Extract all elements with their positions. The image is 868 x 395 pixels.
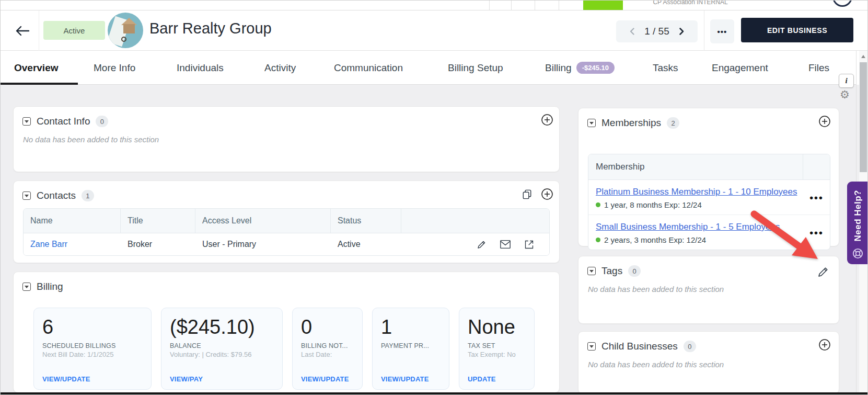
copy-icon[interactable] <box>521 188 533 200</box>
prev-record-button[interactable] <box>628 27 637 36</box>
contact-row-actions <box>401 239 549 250</box>
tab-overview[interactable]: Overview <box>14 51 59 85</box>
update-link[interactable]: UPDATE <box>468 375 526 383</box>
stat-value: ($245.10) <box>170 315 274 338</box>
stat-subtext: Voluntary: | Credits: $79.56 <box>170 351 274 359</box>
tab-files[interactable]: Files <box>808 51 829 85</box>
pager-position: 1 / 55 <box>644 26 669 37</box>
top-divider <box>489 1 490 10</box>
collapse-section-icon[interactable] <box>22 117 31 126</box>
top-green-button[interactable] <box>583 1 623 10</box>
tab-tasks[interactable]: Tasks <box>653 51 678 85</box>
membership-menu-button[interactable]: ●●● <box>803 180 830 215</box>
balance-card: ($245.10) BALANCE Voluntary: | Credits: … <box>161 308 283 390</box>
active-tab-underline <box>1 83 78 85</box>
browser-top-strip: CP Association INTERNAL <box>1 1 868 10</box>
stat-value: 6 <box>42 315 143 338</box>
view-update-link[interactable]: VIEW/UPDATE <box>381 375 441 383</box>
tab-communication[interactable]: Communication <box>334 51 403 85</box>
membership-menu-button[interactable]: ●●● <box>803 215 830 250</box>
column-header-status: Status <box>331 209 401 233</box>
overview-content: Contact Info 0 No data has been added to… <box>1 85 868 393</box>
top-divider <box>535 1 535 10</box>
membership-row: Small Business Membership - 1 - 5 Employ… <box>588 215 830 250</box>
contacts-table-header: Name Title Access Level Status <box>24 209 549 233</box>
info-button[interactable]: i <box>839 74 854 88</box>
empty-state-text: No data has been added to this section <box>578 277 839 301</box>
window-bottom-edge <box>1 392 868 394</box>
need-help-label: Need Help? <box>853 190 863 242</box>
life-buoy-icon <box>852 247 864 259</box>
gear-icon[interactable]: ⚙ <box>840 88 850 101</box>
status-badge: Active <box>43 21 105 40</box>
collapse-section-icon[interactable] <box>587 119 596 127</box>
contact-info-card: Contact Info 0 No data has been added to… <box>13 106 560 172</box>
contact-name-link[interactable]: Zane Barr <box>24 233 121 255</box>
tab-bar: Overview More Info Individuals Activity … <box>1 51 856 85</box>
count-badge: 0 <box>628 265 641 277</box>
collapse-section-icon[interactable] <box>22 283 31 291</box>
next-record-button[interactable] <box>677 27 686 36</box>
view-pay-link[interactable]: VIEW/PAY <box>170 375 274 383</box>
tax-set-card: None TAX SET Tax Exempt: No UPDATE <box>459 308 535 390</box>
stat-value: 0 <box>301 315 354 338</box>
top-divider <box>511 1 512 10</box>
external-link-icon[interactable] <box>524 239 535 250</box>
membership-link[interactable]: Platinum Business Membership - 1 - 10 Em… <box>596 187 797 197</box>
membership-link[interactable]: Small Business Membership - 1 - 5 Employ… <box>596 222 780 232</box>
tab-engagement[interactable]: Engagement <box>712 51 768 85</box>
memberships-card: Memberships 2 Membership Platinum Busine… <box>578 108 839 246</box>
contact-access-level: User - Primary <box>195 233 331 255</box>
stat-subtext <box>381 351 441 359</box>
back-button[interactable] <box>12 22 33 40</box>
tab-individuals[interactable]: Individuals <box>177 51 224 85</box>
tab-more-info[interactable]: More Info <box>94 51 135 85</box>
scrollbar-thumb[interactable] <box>860 62 867 172</box>
stat-label: BALANCE <box>170 342 274 349</box>
contacts-card: Contacts 1 Name Title Access Level Statu… <box>13 180 560 263</box>
tab-activity[interactable]: Activity <box>264 51 296 85</box>
billing-balance-badge: -$245.10 <box>576 62 615 74</box>
empty-state-text: No data has been added to this section <box>14 127 559 152</box>
stat-value: 1 <box>381 315 441 338</box>
scrollbar-up-arrow-icon[interactable] <box>861 55 865 58</box>
table-row: Zane Barr Broker User - Primary Active <box>24 233 549 255</box>
count-badge: 0 <box>684 341 696 352</box>
count-badge: 1 <box>82 190 94 201</box>
edit-pencil-icon[interactable] <box>476 239 487 250</box>
business-header: Active Barr Realty Group 1 / 55 ••• EDIT… <box>1 10 868 51</box>
count-badge: 0 <box>96 116 108 127</box>
scheduled-billings-card: 6 SCHEDULED BILLINGS Next Bill Date: 1/1… <box>33 308 152 390</box>
child-businesses-card: Child Businesses 0 No data has been adde… <box>578 331 839 394</box>
page-title: Barr Realty Group <box>149 20 272 37</box>
add-contact-info-icon[interactable] <box>541 114 553 126</box>
section-title: Memberships <box>601 117 661 129</box>
collapse-section-icon[interactable] <box>22 191 31 200</box>
business-avatar[interactable] <box>108 13 143 48</box>
empty-state-text: No data has been added to this section <box>578 352 839 377</box>
section-title: Child Businesses <box>601 341 678 352</box>
view-update-link[interactable]: VIEW/UPDATE <box>42 375 143 383</box>
email-icon[interactable] <box>500 239 511 250</box>
add-child-business-icon[interactable] <box>819 339 830 351</box>
view-update-link[interactable]: VIEW/UPDATE <box>301 375 354 383</box>
collapse-section-icon[interactable] <box>587 342 596 351</box>
column-header-name: Name <box>24 209 121 233</box>
tab-billing[interactable]: Billing -$245.10 <box>545 51 615 85</box>
column-header-title: Title <box>121 209 195 233</box>
collapse-section-icon[interactable] <box>587 267 596 275</box>
stat-subtext: Tax Exempt: No <box>468 351 526 359</box>
header-divider <box>704 10 704 51</box>
section-title: Billing <box>37 281 63 292</box>
need-help-tab[interactable]: Need Help? <box>847 182 868 264</box>
payment-profiles-card: 1 PAYMENT PR... VIEW/UPDATE <box>372 308 449 390</box>
edit-tags-pencil-icon[interactable] <box>817 266 829 278</box>
edit-business-button[interactable]: EDIT BUSINESS <box>741 18 853 42</box>
add-contact-icon[interactable] <box>541 188 553 200</box>
tab-billing-setup[interactable]: Billing Setup <box>448 51 503 85</box>
memberships-table-header: Membership <box>588 154 830 180</box>
stat-label: PAYMENT PR... <box>381 342 441 349</box>
add-membership-icon[interactable] <box>819 116 830 127</box>
user-avatar-icon[interactable] <box>832 1 852 7</box>
header-more-button[interactable]: ••• <box>710 19 734 43</box>
